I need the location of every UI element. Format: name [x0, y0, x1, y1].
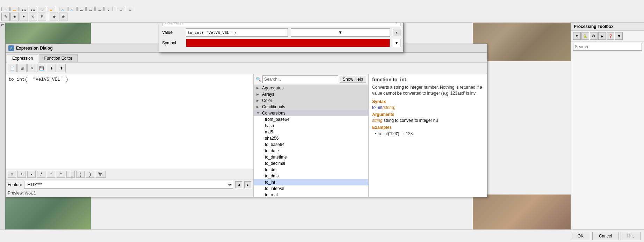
expression-dialog: ε Expression Dialog Expression Function … [5, 44, 487, 197]
function-search-row: 🔍 Show Help [254, 74, 368, 85]
edit-btn[interactable]: ✎ [1, 13, 10, 21]
feature-select[interactable]: ETD**** [24, 181, 233, 189]
op-concat[interactable]: || [66, 171, 75, 178]
op-divide[interactable]: / [37, 171, 45, 178]
tree-arrow-icon: ▶ [256, 99, 261, 102]
op-equals[interactable]: = [8, 171, 16, 178]
tab-function-editor[interactable]: Function Editor [39, 54, 78, 62]
tree-item-to_int[interactable]: to_int [254, 179, 368, 185]
tree-item-sha256[interactable]: sha256 [254, 135, 368, 141]
symbol-label: Symbol [162, 41, 183, 45]
tree-item-to_date[interactable]: to_date [254, 148, 368, 154]
tree-category-arrays[interactable]: ▶Arrays [254, 91, 368, 97]
expr-dialog-title: Expression Dialog [16, 46, 53, 51]
help-examples-title: Examples [372, 125, 484, 130]
expr-upload-btn[interactable]: ⬆ [57, 64, 66, 72]
toolbox-btn-1[interactable]: ⚙ [573, 32, 581, 40]
nav-next-btn[interactable]: ► [244, 181, 251, 188]
toolbox-btn-6[interactable]: ⚑ [615, 32, 623, 40]
symbol-color-bar[interactable] [186, 39, 390, 47]
toolbox-btn-3[interactable]: ⏱ [590, 32, 598, 40]
expression-editor-area: to_int( "VelVS_VEL" ) = + - / * ^ || ( )… [6, 74, 254, 197]
tree-category-color[interactable]: ▶Color [254, 97, 368, 104]
preview-row: Preview: NULL [6, 190, 253, 197]
value-input[interactable]: to_int( "VelVS_VEL" ) [186, 28, 288, 37]
second-toolbar: ✎ ◈ + ✕ ⎘ ⊕ ⊗ [0, 11, 644, 22]
op-power[interactable]: ^ [57, 171, 65, 178]
expr-dialog-icon: ε [8, 45, 14, 51]
tree-item-md5[interactable]: md5 [254, 129, 368, 135]
tree-item-to_decimal[interactable]: to_decimal [254, 160, 368, 167]
help-button[interactable]: H... [621, 232, 641, 240]
feature-row: Feature ETD**** ◄ ► [6, 179, 253, 190]
expr-saveas-btn[interactable]: ✎ [27, 64, 36, 72]
tree-item-to_base64[interactable]: to_base64 [254, 141, 368, 148]
value-expr-btn[interactable]: ε [393, 29, 400, 36]
op-plus[interactable]: + [17, 171, 26, 178]
cancel-button[interactable]: Cancel [592, 232, 618, 240]
op-minus[interactable]: - [27, 171, 36, 178]
tree-item-to_dm[interactable]: to_dm [254, 167, 368, 173]
help-description: Converts a string to integer number. Not… [372, 85, 484, 96]
symbol-row: Symbol ▼ [162, 39, 400, 47]
sidebar-layers[interactable]: L [0, 23, 5, 28]
node-btn[interactable]: ◈ [10, 13, 19, 21]
op-newline[interactable]: '\n' [96, 171, 106, 178]
function-search-input[interactable] [262, 75, 338, 83]
tree-category-conversions[interactable]: ▼Conversions [254, 110, 368, 116]
tree-item-from_base64[interactable]: from_base64 [254, 116, 368, 123]
operators-bar: = + - / * ^ || ( ) '\n' [6, 169, 253, 179]
preview-label: Preview: [8, 191, 24, 196]
expr-load-btn[interactable]: ⬇ [47, 64, 56, 72]
map-background-bottom-left [5, 195, 91, 229]
toolbox-search-input[interactable] [573, 43, 642, 51]
expr-save-btn[interactable]: 💾 [37, 64, 46, 72]
help-example-1: • to_int('123') → 123 [375, 131, 484, 136]
toolbox-btn-4[interactable]: ▶ [598, 32, 606, 40]
help-arg-row: string string to convert to integer nu [372, 118, 484, 123]
processing-toolbox-title: Processing Toolbox [571, 23, 644, 31]
tree-item-to_interval[interactable]: to_interval [254, 185, 368, 192]
delete-btn[interactable]: ✕ [29, 13, 37, 21]
function-tree[interactable]: ▶Aggregates▶Arrays▶Color▶Conditionals▼Co… [254, 85, 368, 197]
value-content: to_int( "VelVS_VEL" ) [188, 30, 236, 35]
add-feature-btn[interactable]: + [20, 13, 28, 21]
expr-open-btn[interactable]: ⊞ [17, 64, 27, 72]
nav-prev-btn[interactable]: ◄ [235, 181, 242, 188]
op-multiply[interactable]: * [47, 171, 55, 178]
toolbox-btn-5[interactable]: ❓ [607, 32, 614, 40]
tabs-row: Expression Function Editor [6, 53, 487, 63]
toolbox-btn-2[interactable]: 🐍 [581, 32, 589, 40]
tree-item-to_datetime[interactable]: to_datetime [254, 154, 368, 160]
ok-button[interactable]: OK [571, 232, 590, 240]
processing-toolbox-panel: Processing Toolbox ⚙ 🐍 ⏱ ▶ ❓ ⚑ [571, 23, 644, 242]
tree-category-conditionals[interactable]: ▶Conditionals [254, 104, 368, 110]
op-close-paren[interactable]: ) [86, 171, 94, 178]
tree-arrow-icon: ▶ [256, 105, 261, 109]
op-open-paren[interactable]: ( [76, 171, 85, 178]
help-arg-type: string [372, 118, 382, 123]
help-examples-area: • to_int('123') → 123 [372, 131, 484, 136]
expression-main-area: to_int( "VelVS_VEL" ) = + - / * ^ || ( )… [6, 74, 487, 197]
value-dropdown[interactable]: ▼ [291, 28, 390, 37]
function-list-panel: 🔍 Show Help ▶Aggregates▶Arrays▶Color▶Con… [254, 74, 368, 197]
tree-item-to_dms[interactable]: to_dms [254, 173, 368, 179]
tab-expression[interactable]: Expression [7, 54, 38, 63]
symbol-dropdown[interactable]: ▼ [393, 39, 400, 47]
tree-arrow-icon: ▶ [256, 93, 261, 96]
toolbox-search-area [571, 42, 644, 52]
help-func-params: (string) [382, 105, 395, 110]
help-function-title: function to_int [372, 77, 484, 82]
tree-item-hash[interactable]: hash [254, 123, 368, 129]
tree-category-aggregates[interactable]: ▶Aggregates [254, 85, 368, 91]
advanced-btn[interactable]: ⊗ [59, 13, 67, 21]
tree-item-to_real[interactable]: to_real [254, 192, 368, 197]
snap-btn[interactable]: ⊕ [50, 13, 58, 21]
show-help-button[interactable]: Show Help [340, 76, 366, 83]
expression-toolbar: 📄 ⊞ ✎ 💾 ⬇ ⬆ [6, 63, 487, 74]
tree-category-label: Color [262, 98, 272, 103]
expression-code-input[interactable]: to_int( "VelVS_VEL" ) [6, 74, 253, 169]
help-func-name: to_int [372, 105, 382, 110]
expr-new-btn[interactable]: 📄 [8, 64, 17, 72]
copy-btn[interactable]: ⎘ [38, 13, 46, 21]
